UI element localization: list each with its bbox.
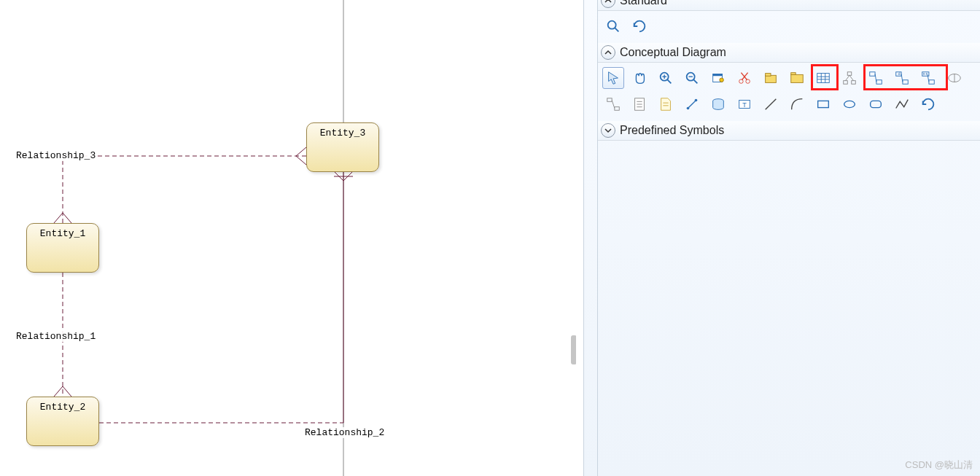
entity-label: Entity_2 xyxy=(40,402,85,413)
svg-rect-30 xyxy=(844,81,848,85)
inheritance-icon[interactable] xyxy=(944,67,965,89)
properties-icon[interactable] xyxy=(707,67,729,89)
section-header-conceptual[interactable]: Conceptual Diagram xyxy=(598,43,980,63)
rectangle-icon[interactable] xyxy=(812,93,834,115)
collapse-toggle-icon[interactable] xyxy=(601,45,615,60)
zoom-out-icon[interactable] xyxy=(681,67,703,89)
line-icon[interactable] xyxy=(760,93,782,115)
svg-point-17 xyxy=(746,79,750,84)
entity-1[interactable]: Entity_1 xyxy=(26,223,99,273)
ellipse-icon[interactable] xyxy=(839,93,860,115)
svg-rect-35 xyxy=(876,80,882,85)
collapse-toggle-icon[interactable] xyxy=(601,0,615,8)
svg-point-64 xyxy=(844,101,855,107)
relationship-1-label[interactable]: Relationship_1 xyxy=(16,331,96,342)
polyline-icon[interactable] xyxy=(891,93,913,115)
toolbox-panel: Standard Conceptual Diagram xyxy=(583,0,980,476)
svg-rect-43 xyxy=(929,80,934,85)
relationship-nn-icon[interactable]: n-n xyxy=(917,67,939,89)
svg-rect-63 xyxy=(818,101,829,107)
symbol-icon[interactable] xyxy=(917,93,939,115)
relationship-3-label[interactable]: Relationship_3 xyxy=(16,150,96,161)
section-body-standard xyxy=(598,11,980,43)
svg-line-62 xyxy=(766,99,777,110)
open-icon[interactable] xyxy=(760,67,782,89)
package-icon[interactable] xyxy=(786,67,808,89)
section-title: Standard xyxy=(620,0,667,7)
svg-text:T: T xyxy=(742,101,747,109)
splitter[interactable] xyxy=(576,0,583,476)
section-title: Conceptual Diagram xyxy=(620,46,726,59)
svg-rect-21 xyxy=(766,74,771,77)
entity-label: Entity_1 xyxy=(40,228,85,239)
cut-icon[interactable] xyxy=(734,67,755,89)
svg-line-33 xyxy=(849,75,854,80)
entity-3[interactable]: Entity_3 xyxy=(306,122,379,172)
svg-rect-14 xyxy=(713,74,723,77)
svg-line-58 xyxy=(688,101,695,107)
svg-line-19 xyxy=(741,73,747,80)
pointer-icon[interactable] xyxy=(602,67,624,89)
svg-rect-65 xyxy=(871,101,882,107)
section-header-standard[interactable]: Standard xyxy=(598,0,980,11)
table-icon[interactable] xyxy=(707,93,729,115)
svg-rect-34 xyxy=(870,72,875,77)
undo-icon[interactable] xyxy=(629,15,650,37)
zoom-icon[interactable] xyxy=(602,15,624,37)
grabber-icon[interactable] xyxy=(629,67,650,89)
svg-rect-31 xyxy=(852,81,856,85)
note-icon[interactable] xyxy=(629,93,650,115)
svg-rect-39 xyxy=(903,80,908,85)
title-icon[interactable]: T xyxy=(734,93,755,115)
svg-text:n-n: n-n xyxy=(923,72,928,76)
svg-line-36 xyxy=(875,74,876,82)
svg-point-16 xyxy=(739,79,744,84)
svg-line-40 xyxy=(901,74,903,82)
svg-rect-23 xyxy=(791,73,796,75)
section-header-predefined[interactable]: Predefined Symbols xyxy=(598,121,980,141)
link-icon[interactable] xyxy=(681,93,703,115)
svg-line-5 xyxy=(615,28,619,32)
entity-2[interactable]: Entity_2 xyxy=(26,397,99,446)
section-body-conceptual: d n-n T xyxy=(598,63,980,121)
relationship-2-label[interactable]: Relationship_2 xyxy=(305,427,384,438)
svg-rect-48 xyxy=(615,107,619,111)
svg-rect-47 xyxy=(607,98,612,102)
svg-line-49 xyxy=(612,101,615,109)
relationship-icon[interactable] xyxy=(865,67,887,89)
expand-toggle-icon[interactable] xyxy=(601,123,615,138)
entity-label: Entity_3 xyxy=(320,128,365,138)
svg-rect-24 xyxy=(817,74,830,83)
svg-line-7 xyxy=(667,79,672,84)
association-icon[interactable] xyxy=(839,67,860,89)
zoom-in-icon[interactable] xyxy=(655,67,677,89)
svg-rect-29 xyxy=(847,72,852,76)
svg-rect-22 xyxy=(791,74,804,82)
watermark: CSDN @晓山清 xyxy=(905,459,973,472)
assoc-link-icon[interactable] xyxy=(602,93,624,115)
entity-icon[interactable] xyxy=(812,67,834,89)
arc-icon[interactable] xyxy=(786,93,808,115)
svg-point-15 xyxy=(720,78,724,82)
svg-line-18 xyxy=(742,73,747,80)
svg-line-11 xyxy=(693,79,698,84)
svg-text:d: d xyxy=(898,71,901,76)
svg-rect-20 xyxy=(766,75,777,82)
svg-line-32 xyxy=(846,75,850,80)
relationship-dep-icon[interactable]: d xyxy=(891,67,913,89)
rounded-rect-icon[interactable] xyxy=(865,93,887,115)
file-note-icon[interactable] xyxy=(655,93,677,115)
diagram-canvas[interactable]: Entity_3 Entity_1 Entity_2 Relationship_… xyxy=(0,0,576,476)
section-title: Predefined Symbols xyxy=(620,124,724,137)
